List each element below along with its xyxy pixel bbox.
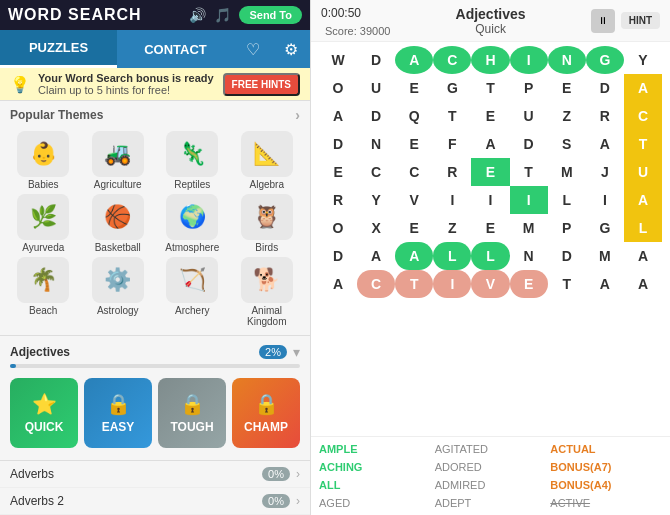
category-item[interactable]: Adverbs0%› bbox=[0, 461, 310, 488]
grid-cell[interactable]: L bbox=[433, 242, 471, 270]
grid-cell[interactable]: T bbox=[548, 270, 586, 298]
pause-button[interactable]: ⏸ bbox=[591, 9, 615, 33]
grid-cell[interactable]: U bbox=[624, 158, 662, 186]
grid-cell[interactable]: C bbox=[357, 158, 395, 186]
nav-contact[interactable]: CONTACT bbox=[117, 32, 234, 67]
grid-cell[interactable]: C bbox=[433, 46, 471, 74]
speaker-icon[interactable]: 🔊 bbox=[189, 7, 206, 23]
theme-item-ayurveda[interactable]: 🌿Ayurveda bbox=[8, 194, 79, 253]
grid-cell[interactable]: E bbox=[471, 158, 509, 186]
grid-cell[interactable]: D bbox=[357, 46, 395, 74]
grid-cell[interactable]: A bbox=[586, 270, 624, 298]
grid-cell[interactable]: I bbox=[510, 46, 548, 74]
grid-cell[interactable]: E bbox=[395, 74, 433, 102]
grid-cell[interactable]: Z bbox=[433, 214, 471, 242]
grid-cell[interactable]: L bbox=[548, 186, 586, 214]
category-item[interactable]: Adverbs 20%› bbox=[0, 488, 310, 515]
grid-cell[interactable]: L bbox=[471, 242, 509, 270]
grid-cell[interactable]: U bbox=[510, 102, 548, 130]
grid-cell[interactable]: A bbox=[624, 242, 662, 270]
hint-button[interactable]: HINT bbox=[621, 12, 660, 29]
grid-cell[interactable]: Y bbox=[624, 46, 662, 74]
grid-cell[interactable]: A bbox=[319, 270, 357, 298]
grid-cell[interactable]: A bbox=[471, 130, 509, 158]
grid-cell[interactable]: G bbox=[586, 214, 624, 242]
grid-cell[interactable]: I bbox=[471, 186, 509, 214]
grid-cell[interactable]: C bbox=[624, 102, 662, 130]
grid-cell[interactable]: S bbox=[548, 130, 586, 158]
grid-cell[interactable]: A bbox=[319, 102, 357, 130]
grid-cell[interactable]: M bbox=[586, 242, 624, 270]
grid-cell[interactable]: D bbox=[548, 242, 586, 270]
grid-cell[interactable]: E bbox=[471, 214, 509, 242]
grid-cell[interactable]: H bbox=[471, 46, 509, 74]
grid-cell[interactable]: A bbox=[357, 242, 395, 270]
grid-cell[interactable]: J bbox=[586, 158, 624, 186]
grid-cell[interactable]: N bbox=[357, 130, 395, 158]
grid-cell[interactable]: R bbox=[319, 186, 357, 214]
difficulty-champ[interactable]: 🔒CHAMP bbox=[232, 378, 300, 448]
grid-cell[interactable]: I bbox=[510, 186, 548, 214]
grid-cell[interactable]: C bbox=[357, 270, 395, 298]
theme-item-astrology[interactable]: ⚙️Astrology bbox=[83, 257, 154, 327]
grid-cell[interactable]: D bbox=[319, 130, 357, 158]
theme-item-animal-kingdom[interactable]: 🐕Animal Kingdom bbox=[232, 257, 303, 327]
grid-cell[interactable]: Y bbox=[357, 186, 395, 214]
grid-cell[interactable]: A bbox=[395, 242, 433, 270]
grid-cell[interactable]: E bbox=[319, 158, 357, 186]
grid-cell[interactable]: A bbox=[624, 186, 662, 214]
grid-cell[interactable]: D bbox=[357, 102, 395, 130]
grid-cell[interactable]: O bbox=[319, 74, 357, 102]
grid-cell[interactable]: W bbox=[319, 46, 357, 74]
grid-cell[interactable]: I bbox=[433, 270, 471, 298]
grid-cell[interactable]: D bbox=[586, 74, 624, 102]
theme-item-archery[interactable]: 🏹Archery bbox=[157, 257, 228, 327]
grid-cell[interactable]: D bbox=[319, 242, 357, 270]
grid-cell[interactable]: A bbox=[624, 74, 662, 102]
grid-cell[interactable]: Q bbox=[395, 102, 433, 130]
grid-cell[interactable]: L bbox=[624, 214, 662, 242]
grid-cell[interactable]: M bbox=[548, 158, 586, 186]
theme-item-reptiles[interactable]: 🦎Reptiles bbox=[157, 131, 228, 190]
grid-cell[interactable]: U bbox=[357, 74, 395, 102]
difficulty-quick[interactable]: ⭐QUICK bbox=[10, 378, 78, 448]
theme-item-atmosphere[interactable]: 🌍Atmosphere bbox=[157, 194, 228, 253]
grid-cell[interactable]: N bbox=[510, 242, 548, 270]
grid-cell[interactable]: G bbox=[586, 46, 624, 74]
free-hints-button[interactable]: FREE HINTS bbox=[223, 73, 300, 96]
grid-cell[interactable]: T bbox=[433, 102, 471, 130]
grid-cell[interactable]: E bbox=[395, 214, 433, 242]
difficulty-tough[interactable]: 🔒TOUGH bbox=[158, 378, 226, 448]
grid-cell[interactable]: T bbox=[471, 74, 509, 102]
grid-cell[interactable]: X bbox=[357, 214, 395, 242]
grid-cell[interactable]: I bbox=[586, 186, 624, 214]
grid-cell[interactable]: T bbox=[395, 270, 433, 298]
nav-gear-icon[interactable]: ⚙ bbox=[272, 40, 310, 59]
theme-item-basketball[interactable]: 🏀Basketball bbox=[83, 194, 154, 253]
grid-cell[interactable]: E bbox=[510, 270, 548, 298]
grid-cell[interactable]: T bbox=[510, 158, 548, 186]
grid-cell[interactable]: R bbox=[433, 158, 471, 186]
send-to-button[interactable]: Send To bbox=[239, 6, 302, 24]
nav-heart-icon[interactable]: ♡ bbox=[234, 40, 272, 59]
theme-item-algebra[interactable]: 📐Algebra bbox=[232, 131, 303, 190]
grid-cell[interactable]: M bbox=[510, 214, 548, 242]
grid-cell[interactable]: N bbox=[548, 46, 586, 74]
grid-cell[interactable]: C bbox=[395, 158, 433, 186]
grid-cell[interactable]: E bbox=[548, 74, 586, 102]
grid-cell[interactable]: P bbox=[510, 74, 548, 102]
theme-item-beach[interactable]: 🌴Beach bbox=[8, 257, 79, 327]
grid-cell[interactable]: V bbox=[471, 270, 509, 298]
grid-cell[interactable]: A bbox=[624, 270, 662, 298]
grid-cell[interactable]: R bbox=[586, 102, 624, 130]
grid-cell[interactable]: O bbox=[319, 214, 357, 242]
nav-puzzles[interactable]: PUZZLES bbox=[0, 30, 117, 68]
grid-cell[interactable]: P bbox=[548, 214, 586, 242]
difficulty-easy[interactable]: 🔒EASY bbox=[84, 378, 152, 448]
theme-item-babies[interactable]: 👶Babies bbox=[8, 131, 79, 190]
grid-cell[interactable]: D bbox=[510, 130, 548, 158]
grid-cell[interactable]: F bbox=[433, 130, 471, 158]
grid-cell[interactable]: G bbox=[433, 74, 471, 102]
grid-cell[interactable]: V bbox=[395, 186, 433, 214]
grid-cell[interactable]: I bbox=[433, 186, 471, 214]
